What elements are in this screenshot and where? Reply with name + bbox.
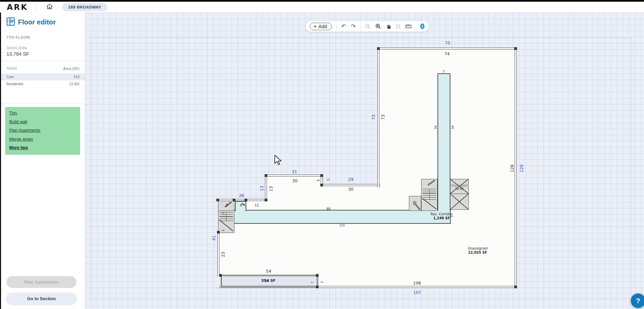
dimension-label: 107 [413,290,421,295]
zoom-out-icon [365,23,371,29]
redo-icon: ↷ [351,23,356,29]
room-label: 354 SF [261,278,275,283]
dimension-label: 3 [221,230,225,231]
dimension-label: 73 [381,114,386,120]
info-button[interactable]: i [420,23,425,29]
tips-link-plan-apartments[interactable]: Plan Apartments [9,128,76,133]
area-value: 510 [74,75,79,79]
wall-handle[interactable] [514,47,517,50]
dimension-label: 14 [221,212,225,216]
wall-segment[interactable] [377,48,379,187]
wall-handle[interactable] [316,286,319,288]
stairs[interactable] [218,211,234,233]
dimension-label: 7 [443,70,445,74]
dimension-label: 13 [269,186,273,191]
wall-handle[interactable] [233,199,235,201]
window-left-edge [0,13,1,309]
corridor-vertical[interactable] [437,73,450,223]
floor-editor-icon [6,17,15,27]
dimension-label: 129 [519,165,524,172]
area-row-residential[interactable]: Residential 13,352 [1,80,85,88]
dimension-label: 30 [348,187,353,192]
hand-icon [386,24,391,29]
ruler-icon [405,24,412,29]
wall-handle[interactable] [265,174,267,177]
area-name: Residential [6,82,23,86]
dimension-label: 30 [292,179,297,183]
dimension-label: 106 [413,281,421,286]
dimension-label: 41 [212,235,216,240]
wall-segment[interactable] [265,175,267,201]
fit-view-icon [395,24,401,29]
areas-unit-column: Area (SF) [63,67,79,71]
plus-icon: + [314,24,317,29]
zoom-in-icon [375,23,381,29]
dimension-label: 128 [510,165,515,172]
tips-link-build-wall[interactable]: Build wall [9,120,76,124]
dimension-label: 5 [326,179,330,181]
gross-area-value: 13,784 SF [1,50,85,61]
wall-handle[interactable] [217,231,220,234]
dimension-label: 73 [371,114,376,120]
window-top-edge [0,0,644,2]
tips-link-tips[interactable]: Tips [9,111,76,115]
dimension-label: 74 [444,52,449,56]
wall-handle[interactable] [377,47,380,50]
wall-segment[interactable] [377,48,517,50]
tips-card: Tips Build wall Plan Apartments Merge ar… [5,107,80,155]
dimension-label: 7 [311,281,315,284]
wall-handle[interactable] [219,274,222,277]
dimension-label: 88 [327,207,330,211]
dimension-label: 54 [266,269,271,274]
gross-area-label: Gross Area [1,39,85,50]
area-row-core[interactable]: Core 510 [1,73,85,80]
go-to-section-button[interactable]: Go to Section [6,293,76,304]
area-value: 13,352 [69,82,79,86]
dimension-label: 56 [451,126,454,129]
wall-handle[interactable] [316,274,319,277]
dimension-label: 23 [221,252,226,257]
mouse-cursor [274,155,283,166]
canvas-toolbar: + Add ↶ ↷ i [306,21,429,32]
wall-handle[interactable] [216,199,219,201]
plan-apartments-button[interactable]: Plan Apartments [6,276,76,288]
topbar-divider [36,3,36,11]
sidebar-divider [1,104,85,104]
redo-button[interactable]: ↷ [351,23,356,30]
wall-segment[interactable] [265,175,323,177]
add-button[interactable]: + Add [310,23,332,30]
fit-view-button[interactable] [395,23,401,30]
wall-segment[interactable] [217,231,219,277]
dimension-label: 6 [240,203,242,207]
tips-link-merge-areas[interactable]: Merge areas [9,137,76,142]
help-button[interactable]: ? [631,293,644,308]
pan-button[interactable] [386,23,391,30]
room-label: Unassigned78 SF [451,184,467,190]
dimension-label: 56 [434,126,437,129]
page-title: Floor editor [18,18,56,26]
project-selector[interactable]: 289 BROADWAY [62,3,107,11]
dimension-label: 115 [339,224,345,227]
home-button[interactable] [46,3,53,12]
zoom-out-button[interactable] [365,23,371,30]
elevator-shaft[interactable] [450,194,469,210]
floor-area-unassigned[interactable] [322,185,379,287]
zoom-in-button[interactable] [375,23,381,30]
corridor-horizontal[interactable] [234,210,451,224]
wall-segment[interactable] [321,184,380,186]
wall-handle[interactable] [245,199,247,201]
wall-handle[interactable] [320,174,323,177]
area-name: Core [6,75,14,79]
wall-segment[interactable] [515,48,517,288]
wall-handle[interactable] [265,199,267,201]
wall-handle[interactable] [320,184,323,186]
toolbar-divider [360,23,361,30]
tips-link-more-tips[interactable]: More tips [9,145,76,150]
dimension-label: 13 [260,186,264,191]
undo-button[interactable]: ↶ [341,23,346,30]
room-label: Res. Corridor1,249 SF [431,212,453,220]
top-bar: ARK 289 BROADWAY [0,2,644,13]
floor-area-unassigned[interactable] [266,176,322,287]
wall-handle[interactable] [514,286,517,288]
measure-button[interactable] [405,23,412,30]
